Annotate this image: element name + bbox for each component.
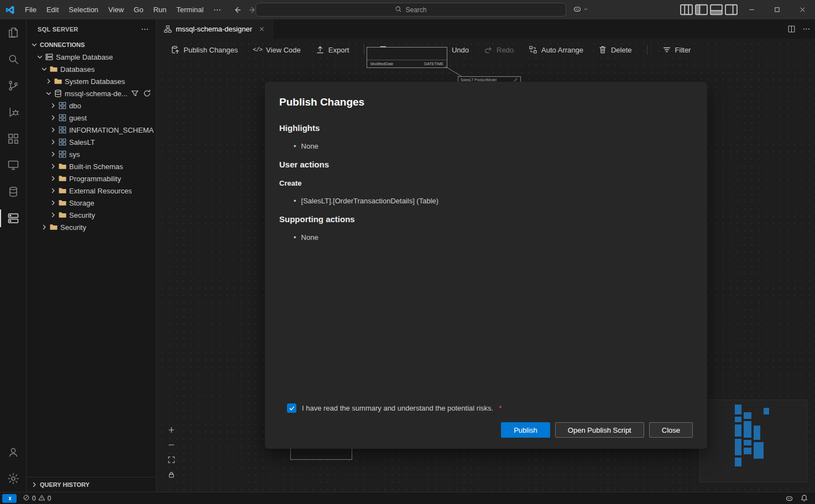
filter-button[interactable]: Filter [662, 45, 691, 54]
menu-go[interactable]: Go [129, 0, 148, 19]
settings-gear-icon[interactable] [0, 465, 26, 492]
tree-item-built-in-schemas[interactable]: Built-in Schemas [27, 160, 156, 172]
menu-view[interactable]: View [103, 0, 129, 19]
tree-item-guest[interactable]: guest [27, 112, 156, 124]
redo-button[interactable]: Redo [484, 45, 514, 54]
connections-section-header[interactable]: CONNECTIONS [27, 39, 156, 51]
toggle-panel-icon[interactable] [709, 0, 724, 19]
menu-file[interactable]: File [20, 0, 41, 19]
split-editor-icon[interactable] [787, 25, 796, 33]
bullet-icon: • [294, 197, 296, 205]
zoom-in-icon[interactable] [166, 426, 176, 434]
view-code-button[interactable]: </>View Code [253, 46, 300, 54]
auto-arrange-button[interactable]: Auto Arrange [529, 45, 583, 54]
zoom-out-icon[interactable] [166, 440, 176, 449]
tree-item-system-databases[interactable]: System Databases [27, 75, 156, 87]
tree-item-label: mssql-schema-de... [65, 90, 127, 98]
toggle-primary-sidebar-icon[interactable] [694, 0, 709, 19]
highlights-item: • None [279, 142, 693, 150]
tree-item-security[interactable]: Security [27, 209, 156, 221]
bullet-icon: • [294, 142, 296, 150]
editor-tab-bar: mssql-schema-designer [156, 19, 815, 39]
bell-icon[interactable] [800, 494, 808, 502]
tree-item-saleslt[interactable]: SalesLT [27, 136, 156, 148]
editor-more-actions-icon[interactable] [802, 25, 811, 33]
search-icon[interactable] [0, 46, 26, 72]
tab-close-icon[interactable] [256, 24, 267, 35]
close-button[interactable]: Close [649, 422, 693, 438]
extensions-icon[interactable] [0, 125, 26, 152]
risk-acknowledge-label: I have read the summary and understand t… [302, 404, 493, 412]
source-control-icon[interactable] [0, 72, 26, 99]
maximize-icon[interactable] [764, 0, 790, 19]
publish-changes-button[interactable]: Publish Changes [171, 45, 238, 54]
required-marker: * [499, 404, 501, 412]
editor-area: mssql-schema-designer Publish Changes</>… [156, 19, 815, 492]
tree-item-external-resources[interactable]: External Resources [27, 185, 156, 197]
filter-icon[interactable] [130, 89, 139, 98]
tree-item-sample-database[interactable]: Sample Database [27, 51, 156, 63]
tree-item-databases[interactable]: Databases [27, 63, 156, 75]
risk-acknowledge-checkbox[interactable] [287, 403, 296, 413]
tree-item-label: Programmability [69, 175, 121, 183]
copilot-menu[interactable] [573, 3, 589, 17]
designer-toolbar: Publish Changes</>View CodeExportAdd Tab… [156, 39, 815, 61]
minimize-icon[interactable] [739, 0, 764, 19]
refresh-icon[interactable] [143, 89, 151, 98]
create-item: • [SalesLT].[OrderTransactionDetails] (T… [279, 197, 693, 205]
column-name: ModifiedDate [370, 62, 393, 66]
open-publish-script-button[interactable]: Open Publish Script [555, 422, 644, 438]
tree-item-label: dbo [69, 102, 81, 110]
tab-mssql-schema-designer[interactable]: mssql-schema-designer [156, 19, 273, 39]
close-window-icon[interactable] [790, 0, 815, 19]
minimap-node [764, 408, 769, 414]
export-button[interactable]: Export [316, 45, 349, 54]
minimap[interactable] [699, 400, 807, 482]
redo-icon [484, 45, 493, 54]
menu-selection[interactable]: Selection [64, 0, 103, 19]
toolbar-separator [647, 45, 647, 55]
tree-item-programmability[interactable]: Programmability [27, 172, 156, 185]
chevron-right-icon [49, 138, 58, 146]
more-menu-icon[interactable] [208, 6, 226, 14]
tree-item-storage[interactable]: Storage [27, 197, 156, 209]
tree-item-label: Built-in Schemas [69, 162, 123, 171]
status-bar-left: 0 0 [0, 492, 54, 504]
user-actions-heading: User actions [279, 160, 693, 169]
database-projects-icon[interactable] [0, 179, 26, 205]
tree-item-mssql-schema-de[interactable]: mssql-schema-de... [27, 87, 156, 99]
tree-item-sys[interactable]: sys [27, 148, 156, 160]
delete-button[interactable]: Delete [598, 45, 632, 54]
run-and-debug-icon[interactable] [0, 99, 26, 125]
tree-schema-icon [58, 125, 67, 134]
account-icon[interactable] [0, 439, 26, 465]
back-icon[interactable] [233, 6, 242, 14]
remote-explorer-icon[interactable] [0, 152, 26, 179]
mssql-icon[interactable] [0, 205, 26, 232]
supporting-item: • None [279, 233, 693, 242]
table-card-fragment[interactable]: ModifiedDate DATETIME [367, 47, 447, 68]
minimap-node [744, 440, 751, 445]
explorer-icon[interactable] [0, 19, 26, 46]
command-center-search[interactable]: Search [255, 3, 566, 17]
copilot-status-icon[interactable] [785, 494, 793, 502]
tree-item-security[interactable]: Security [27, 221, 156, 233]
tree-item-information-schema[interactable]: INFORMATION_SCHEMA [27, 124, 156, 136]
lock-icon[interactable] [166, 470, 176, 479]
chevron-right-icon [49, 125, 58, 134]
menu-edit[interactable]: Edit [41, 0, 64, 19]
tree-folder-icon [54, 77, 62, 86]
query-history-section[interactable]: QUERY HISTORY [27, 477, 156, 492]
remote-indicator-icon[interactable] [2, 494, 17, 503]
menu-run[interactable]: Run [148, 0, 171, 19]
problems-indicator[interactable]: 0 0 [20, 492, 54, 504]
publish-button[interactable]: Publish [501, 422, 550, 438]
menu-terminal[interactable]: Terminal [171, 0, 208, 19]
sidebar-more-actions-icon[interactable] [140, 25, 149, 34]
tree-item-dbo[interactable]: dbo [27, 99, 156, 112]
code-icon: </> [253, 46, 262, 53]
toggle-secondary-sidebar-icon[interactable] [724, 0, 739, 19]
fit-view-icon[interactable] [166, 455, 176, 464]
tree-item-label: INFORMATION_SCHEMA [69, 126, 154, 134]
customize-layout-icon[interactable] [679, 0, 694, 19]
